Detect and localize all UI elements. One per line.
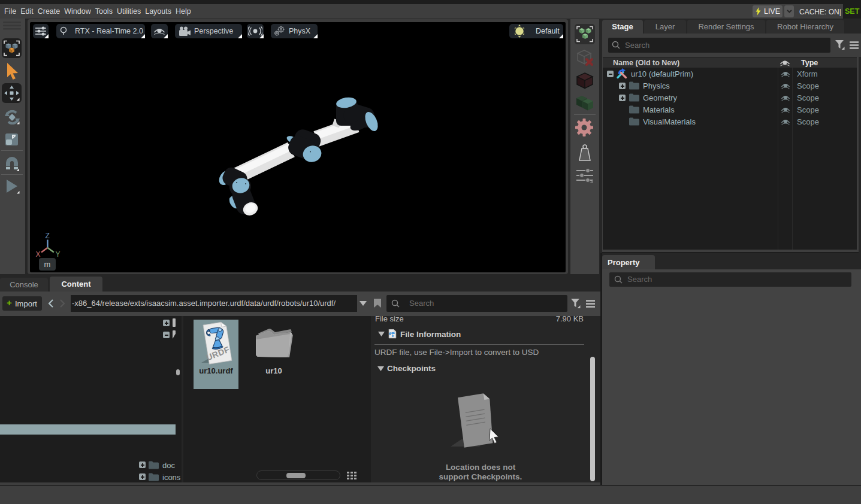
svg-text:Z: Z [46,232,50,240]
svg-text:X: X [36,250,41,259]
svg-text:Y: Y [56,250,61,259]
